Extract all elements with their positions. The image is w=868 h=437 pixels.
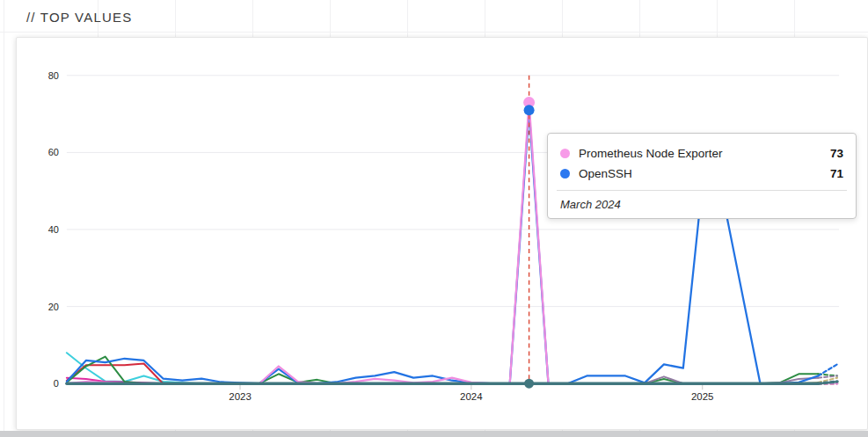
tooltip-series-value: 73 [830, 147, 843, 160]
tooltip-row: OpenSSH 71 [548, 164, 856, 184]
tooltip-date: March 2024 [548, 196, 856, 211]
bottom-strip [0, 431, 868, 437]
purple-line-projection [818, 375, 837, 377]
y-axis-label: 20 [48, 302, 59, 312]
series-color-dot-icon [560, 169, 570, 178]
x-axis-label: 2025 [691, 391, 714, 402]
hover-tooltip: Prometheus Node Exporter 73 OpenSSH 71 M… [547, 133, 857, 219]
x-axis-label: 2024 [460, 391, 483, 402]
tooltip-series-label: Prometheus Node Exporter [579, 147, 830, 160]
page-title: // TOP VALUES [26, 10, 132, 25]
y-axis-label: 60 [48, 147, 59, 157]
y-axis-label: 0 [54, 378, 59, 389]
x-axis-label: 2023 [229, 391, 252, 402]
teal-zero-line-projection [818, 382, 837, 383]
top-values-chart[interactable]: 020406080202320242025 [17, 38, 867, 429]
series-color-dot-icon [560, 149, 570, 158]
tooltip-divider [557, 190, 847, 191]
tooltip-series-value: 71 [830, 167, 843, 180]
y-axis-label: 40 [48, 224, 59, 235]
tooltip-series-label: OpenSSH [579, 167, 830, 180]
hover-point-dot [524, 105, 535, 115]
hover-point-dot [524, 379, 534, 389]
tooltip-row: Prometheus Node Exporter 73 [548, 143, 856, 164]
chart-card: 020406080202320242025 Prometheus Node Ex… [16, 37, 868, 430]
y-axis-label: 80 [48, 70, 59, 81]
